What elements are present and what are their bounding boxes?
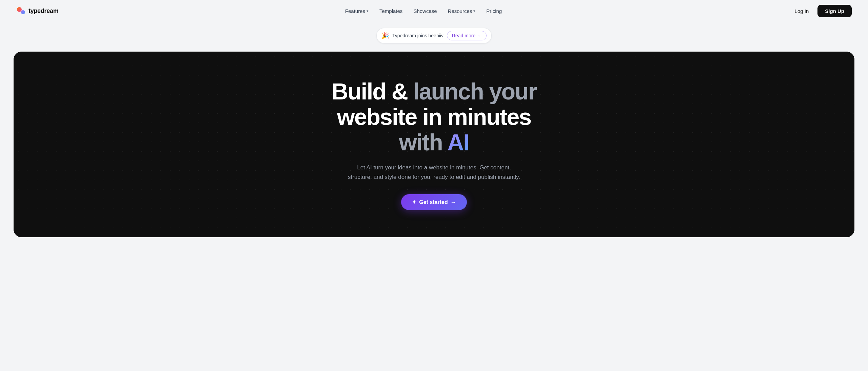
logo[interactable]: typedream (16, 6, 58, 16)
hero-subtitle: Let AI turn your ideas into a website in… (346, 163, 522, 182)
hero-section: Build & launch your website in minutes w… (14, 52, 854, 237)
get-started-label: Get started (419, 199, 448, 205)
nav-item-templates[interactable]: Templates (375, 5, 407, 17)
svg-point-0 (17, 7, 22, 12)
hero-title-line1: Build & launch your (315, 79, 553, 104)
announcement-text: Typedream joins beehiiv (392, 33, 443, 38)
hero-title-plain-1: Build & (332, 78, 413, 104)
nav-item-resources[interactable]: Resources ▾ (443, 5, 480, 17)
hero-title-line2: website in minutes with AI (315, 104, 553, 155)
hero-title-with: with (399, 129, 447, 155)
nav-item-pricing[interactable]: Pricing (481, 5, 507, 17)
hero-content: Build & launch your website in minutes w… (315, 79, 553, 210)
arrow-icon: → (451, 199, 456, 205)
login-button[interactable]: Log In (789, 5, 815, 17)
hero-title-plain-2: website in minutes (337, 104, 531, 130)
get-started-button[interactable]: ✦ Get started → (401, 194, 467, 210)
chevron-down-icon: ▾ (367, 9, 369, 13)
hero-title: Build & launch your website in minutes w… (315, 79, 553, 155)
announcement-emoji: 🎉 (381, 33, 389, 39)
chevron-down-icon: ▾ (473, 9, 475, 13)
announcement-pill: 🎉 Typedream joins beehiiv Read more → (376, 28, 492, 43)
star-icon: ✦ (412, 199, 416, 205)
nav-item-showcase[interactable]: Showcase (409, 5, 441, 17)
logo-text: typedream (28, 7, 58, 15)
logo-icon (16, 6, 26, 16)
nav-actions: Log In Sign Up (789, 5, 852, 17)
nav-item-features[interactable]: Features ▾ (340, 5, 373, 17)
hero-title-accent-1: launch your (413, 78, 536, 104)
main-nav: typedream Features ▾ Templates Showcase … (0, 0, 868, 22)
signup-button[interactable]: Sign Up (817, 5, 852, 17)
svg-point-1 (21, 10, 25, 14)
read-more-button[interactable]: Read more → (447, 31, 487, 40)
hero-title-ai: AI (447, 129, 469, 155)
announcement-wrapper: 🎉 Typedream joins beehiiv Read more → (0, 22, 868, 52)
nav-links: Features ▾ Templates Showcase Resources … (340, 5, 507, 17)
